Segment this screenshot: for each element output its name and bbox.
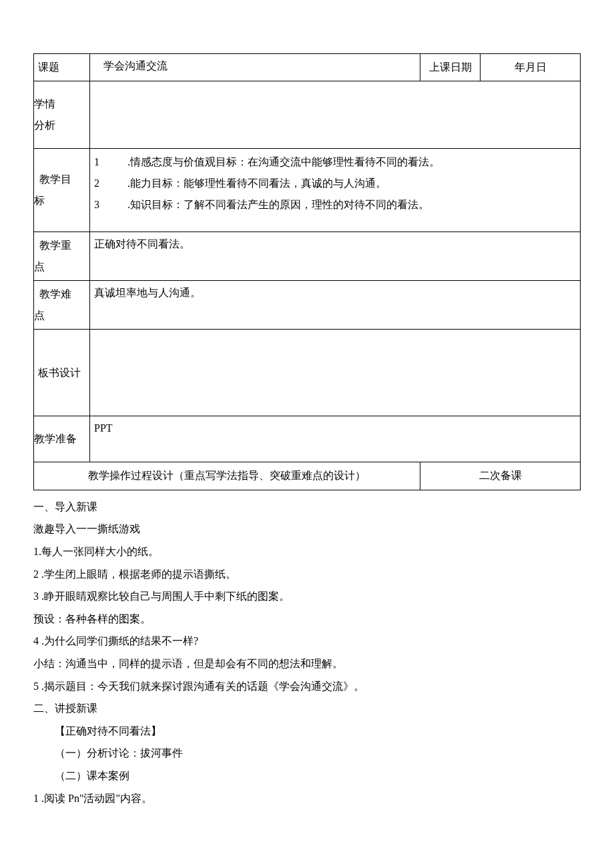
content-line: 2 .学生闭上眼睛，根据老师的提示语撕纸。 (33, 563, 581, 586)
objectives-content: 1 .情感态度与价值观目标：在沟通交流中能够理性看待不同的看法。 2 .能力目标… (90, 149, 581, 232)
content-line: 激趣导入一一撕纸游戏 (33, 518, 581, 540)
topic-label-cell: 课题 (34, 54, 90, 81)
content-line: 一、导入新课 (33, 496, 581, 518)
content-line: 4 .为什么同学们撕纸的结果不一样? (33, 630, 581, 653)
content-line: 二、讲授新课 (33, 697, 581, 720)
date-label-cell: 上课日期 (420, 54, 481, 81)
board-label: 板书设计 (34, 330, 90, 416)
objective-text: .能力目标：能够理性看待不同看法，真诚的与人沟通。 (127, 173, 386, 194)
focus-row: 教学重 点 正确对待不同看法。 (34, 232, 581, 281)
objective-num: 1 (94, 151, 127, 173)
objective-num: 3 (94, 194, 127, 215)
topic-value-cell: 学会沟通交流 (90, 54, 420, 81)
objective-item: 1 .情感态度与价值观目标：在沟通交流中能够理性看待不同的看法。 (94, 151, 576, 173)
situation-content (90, 81, 581, 149)
lesson-plan-table: 课题 学会沟通交流 上课日期 年月日 学情 分析 教学目 标 1 .情感态度与价… (33, 53, 581, 490)
difficulty-row: 教学难 点 真诚坦率地与人沟通。 (34, 281, 581, 330)
secondary-header: 二次备课 (420, 462, 581, 490)
prep-label: 教学准备 (34, 416, 90, 462)
situation-label-l2: 分析 (34, 115, 89, 136)
objectives-label-l2: 标 (34, 190, 85, 211)
objectives-row: 教学目 标 1 .情感态度与价值观目标：在沟通交流中能够理性看待不同的看法。 2… (34, 149, 581, 232)
objectives-label: 教学目 标 (34, 149, 90, 232)
content-line: 1.每人一张同样大小的纸。 (33, 540, 581, 563)
situation-label-l1: 学情 (34, 93, 89, 115)
difficulty-label: 教学难 点 (34, 281, 90, 330)
content-line: 3 .睁开眼睛观察比较自己与周围人手中剩下纸的图案。 (33, 585, 581, 608)
board-row: 板书设计 (34, 330, 581, 416)
objective-text: .知识目标：了解不同看法产生的原因，理性的对待不同的看法。 (127, 194, 429, 215)
focus-label-l2: 点 (34, 256, 85, 278)
content-line: 小结：沟通当中，同样的提示语，但是却会有不同的想法和理解。 (33, 653, 581, 675)
process-header: 教学操作过程设计（重点写学法指导、突破重难点的设计） (34, 462, 420, 490)
prep-row: 教学准备 PPT (34, 416, 581, 462)
objectives-label-l1: 教学目 (39, 169, 85, 190)
difficulty-label-l2: 点 (34, 305, 85, 326)
situation-label: 学情 分析 (34, 81, 90, 149)
content-line: （二）课本案例 (33, 765, 581, 787)
content-line: 【正确对待不同看法】 (33, 720, 581, 743)
date-value-cell: 年月日 (481, 54, 581, 81)
focus-label-l1: 教学重 (39, 235, 85, 256)
difficulty-label-l1: 教学难 (39, 284, 85, 305)
situation-row: 学情 分析 (34, 81, 581, 149)
objective-text: .情感态度与价值观目标：在沟通交流中能够理性看待不同的看法。 (127, 151, 440, 173)
content-line: 预设：各种各样的图案。 (33, 608, 581, 630)
focus-label: 教学重 点 (34, 232, 90, 281)
focus-content: 正确对待不同看法。 (90, 232, 581, 281)
content-line: 5 .揭示题目：今天我们就来探讨跟沟通有关的话题《学会沟通交流》。 (33, 675, 581, 698)
header-row: 课题 学会沟通交流 上课日期 年月日 (34, 54, 581, 81)
objective-item: 2 .能力目标：能够理性看待不同看法，真诚的与人沟通。 (94, 173, 576, 194)
board-content (90, 330, 581, 416)
prep-content: PPT (90, 416, 581, 462)
content-line: （一）分析讨论：拔河事件 (33, 742, 581, 765)
section-header-row: 教学操作过程设计（重点写学法指导、突破重难点的设计） 二次备课 (34, 462, 581, 490)
objective-item: 3 .知识目标：了解不同看法产生的原因，理性的对待不同的看法。 (94, 194, 576, 215)
content-line: 1 .阅读 Pn"活动园"内容。 (33, 787, 581, 810)
lesson-content: 一、导入新课 激趣导入一一撕纸游戏 1.每人一张同样大小的纸。 2 .学生闭上眼… (33, 496, 581, 809)
difficulty-content: 真诚坦率地与人沟通。 (90, 281, 581, 330)
objective-num: 2 (94, 173, 127, 194)
